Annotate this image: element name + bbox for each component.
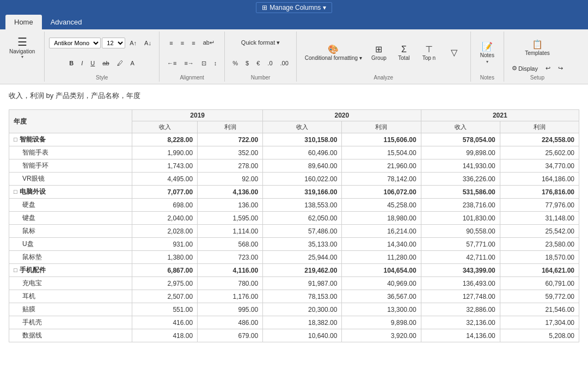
merge-button[interactable]: ⊡ <box>198 58 210 69</box>
child-rev2019-value: 4,495.00 <box>132 173 198 186</box>
category-row: □手机配件6,867.004,116.00219,462.00104,654.0… <box>9 264 579 277</box>
content-area: 收入，利润 by 产品类别，产品名称，年度 年度 2019 2020 2021 … <box>0 84 588 375</box>
year-2019-header: 2019 <box>132 110 263 121</box>
number-row2: % $ € .0 .00 <box>229 53 292 74</box>
notes-button[interactable]: 📝 Notes ▾ <box>475 38 499 69</box>
child-pro2021-value: 31,148.00 <box>500 212 579 225</box>
underline-button[interactable]: U <box>87 58 98 68</box>
child-rev2020-value: 35,133.00 <box>263 238 342 251</box>
rev2020-value: 319,166.00 <box>263 186 342 199</box>
bold-button[interactable]: B <box>66 58 77 68</box>
expand-icon[interactable]: □ <box>14 136 17 143</box>
decimal-dec-button[interactable]: .00 <box>277 58 292 68</box>
child-rev2020-value: 10,640.00 <box>263 329 342 342</box>
child-pro2020-value: 40,969.00 <box>342 277 421 290</box>
child-pro2019-value: 1,114.00 <box>198 225 263 238</box>
euro-button[interactable]: € <box>253 58 263 68</box>
fontcolor-button[interactable]: A <box>127 58 138 68</box>
title-bar: ⊞ Manage Columns ▾ <box>0 0 588 15</box>
undo-button[interactable]: ↩ <box>542 63 554 73</box>
rev2021-value: 343,399.00 <box>421 264 500 277</box>
align-right-button[interactable]: ≡ <box>188 38 198 48</box>
font-size-select[interactable]: 12 <box>102 38 125 48</box>
analyze-row: 🎨 Conditional formatting ▾ ⊞ Group Σ Tot… <box>301 33 466 73</box>
pro2020-value: 106,072.00 <box>342 186 421 199</box>
italic-button[interactable]: I <box>78 58 86 68</box>
align-center-button[interactable]: ≡ <box>177 38 187 48</box>
child-pro2019-value: 278.00 <box>198 159 263 173</box>
decimal-inc-button[interactable]: .0 <box>264 58 275 68</box>
conditional-label: Conditional formatting ▾ <box>305 55 362 61</box>
redo-button[interactable]: ↪ <box>555 63 566 73</box>
child-rev2020-value: 60,496.00 <box>263 146 342 159</box>
shrink-icon: A↓ <box>144 40 151 46</box>
align-left-button[interactable]: ≡ <box>166 38 176 48</box>
pro2021-value: 164,621.00 <box>500 264 579 277</box>
child-pro2021-value: 23,580.00 <box>500 238 579 251</box>
total-icon: Σ <box>401 45 407 54</box>
child-pro2019-value: 1,176.00 <box>198 290 263 303</box>
tab-home[interactable]: Home <box>5 15 42 29</box>
child-pro2020-value: 11,280.00 <box>342 251 421 264</box>
child-pro2020-value: 13,300.00 <box>342 303 421 316</box>
total-button[interactable]: Σ Total <box>392 38 416 69</box>
group-button[interactable]: ⊞ Group <box>367 38 391 69</box>
percent-button[interactable]: % <box>229 58 241 68</box>
font-name-select[interactable]: Antikor Mono <box>49 38 101 48</box>
conditional-formatting-button[interactable]: 🎨 Conditional formatting ▾ <box>301 38 366 69</box>
highlight-button[interactable]: 🖊 <box>114 58 126 68</box>
strikethrough-button[interactable]: ab <box>99 58 112 68</box>
child-rev2019-value: 1,743.00 <box>132 159 198 173</box>
outdent-button[interactable]: ≡→ <box>181 58 197 68</box>
child-rev2020-value: 89,640.00 <box>263 159 342 173</box>
wrap-button[interactable]: ab↵ <box>200 38 218 48</box>
child-pro2020-value: 18,980.00 <box>342 212 421 225</box>
templates-button[interactable]: 📋 Templates <box>521 33 554 63</box>
year-col-header: 年度 <box>9 110 132 133</box>
display-button[interactable]: ⚙ Display <box>509 63 541 73</box>
currency-button[interactable]: $ <box>242 58 252 68</box>
style-row2: B I U ab 🖊 A <box>66 53 138 74</box>
child-rev2019-value: 698.00 <box>132 199 198 212</box>
expand-icon[interactable]: □ <box>14 188 17 195</box>
rev2021-value: 531,586.00 <box>421 186 500 199</box>
child-pro2020-value: 14,340.00 <box>342 238 421 251</box>
child-pro2021-value: 60,791.00 <box>500 277 579 290</box>
manage-columns-button[interactable]: ⊞ Manage Columns ▾ <box>256 2 332 13</box>
style-group: Antikor Mono 12 A↑ A↓ B I U ab 🖊 A Style <box>45 32 160 82</box>
child-pro2021-value: 25,542.00 <box>500 225 579 238</box>
quick-format-button[interactable]: Quick format ▾ <box>238 38 283 48</box>
child-rev2020-value: 160,022.00 <box>263 173 342 186</box>
navigation-button[interactable]: ☰ Navigation ▾ <box>4 33 40 62</box>
title-bar-center: ⊞ Manage Columns ▾ <box>256 2 332 13</box>
table-row: 硬盘698.00136.00138,553.0045,258.00238,716… <box>9 199 579 212</box>
font-shrink-button[interactable]: A↓ <box>141 38 155 48</box>
pro2019-value: 4,116.00 <box>198 264 263 277</box>
category-row: □电脑外设7,077.004,136.00319,166.00106,072.0… <box>9 186 579 199</box>
child-rev2021-value: 57,771.00 <box>421 238 500 251</box>
alignment-group: ≡ ≡ ≡ ab↵ ←≡ ≡→ ⊡ ↕ Alignment <box>160 32 225 82</box>
child-rev2020-value: 20,300.00 <box>263 303 342 316</box>
indent-button[interactable]: ←≡ <box>164 58 180 68</box>
analyze-group: 🎨 Conditional formatting ▾ ⊞ Group Σ Tot… <box>297 32 471 82</box>
child-pro2021-value: 34,770.00 <box>500 159 579 173</box>
alignment-row2: ←≡ ≡→ ⊡ ↕ <box>164 53 220 74</box>
child-rev2021-value: 336,226.00 <box>421 173 500 186</box>
total-label: Total <box>398 55 409 61</box>
conditional-icon: 🎨 <box>328 45 339 54</box>
navigation-icon: ☰ <box>17 35 27 48</box>
child-pro2019-value: 486.00 <box>198 316 263 329</box>
tab-advanced[interactable]: Advanced <box>42 15 91 29</box>
pro2020-col-header: 利润 <box>342 121 421 133</box>
number-label: Number <box>251 75 271 81</box>
topn-button[interactable]: ⊤ Top n <box>417 38 441 69</box>
rev2019-col-header: 收入 <box>132 121 198 133</box>
filter-button[interactable]: ▽ <box>442 38 466 69</box>
font-grow-button[interactable]: A↑ <box>126 38 140 48</box>
expand-icon[interactable]: □ <box>14 267 17 273</box>
child-pro2019-value: 1,595.00 <box>198 212 263 225</box>
rotate-button[interactable]: ↕ <box>211 58 220 68</box>
table-row: U盘931.00568.0035,133.0014,340.0057,771.0… <box>9 238 579 251</box>
child-rev2019-value: 551.00 <box>132 303 198 316</box>
setup-group: 📋 Templates ⚙ Display ↩ ↪ Setup <box>504 32 571 82</box>
